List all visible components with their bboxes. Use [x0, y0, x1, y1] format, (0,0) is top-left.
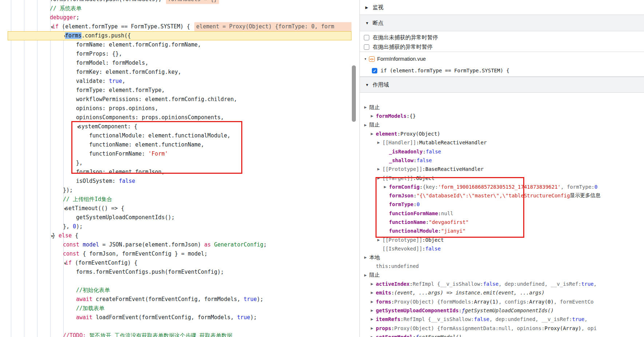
code-line[interactable]: const model = JSON.parse(element.formJso… — [0, 240, 351, 249]
colon: : — [413, 334, 416, 337]
disclosure-triangle-icon[interactable]: ▶ — [377, 141, 382, 144]
scope-row[interactable]: ▶element: Proxy(Object) — [360, 129, 644, 138]
disclosure-triangle-icon[interactable]: ▶ — [364, 105, 369, 109]
breakpoint-file-group[interactable]: ▾ <> FormInformation.vue — [360, 52, 644, 66]
disclosure-triangle-icon[interactable]: ▶ — [371, 132, 376, 136]
code-line[interactable]: ▼} else { — [0, 231, 351, 240]
disclosure-triangle-icon[interactable]: ▶ — [364, 123, 369, 127]
property-name: _shallow — [389, 157, 413, 163]
code-line[interactable]: //TODO: 暂不放开 工作流没有获取表单数据这个步骤 获取表单数据 — [0, 331, 351, 337]
scope-row[interactable]: [[IsRevoked]]: false — [360, 244, 644, 253]
code-line[interactable]: validate: true, — [0, 77, 351, 86]
breakpoint-checkbox[interactable]: ✓ — [372, 68, 377, 73]
watch-section-header[interactable]: ▶ 监视 — [360, 0, 644, 15]
scope-section-header[interactable]: ▼ 作用域 — [360, 77, 644, 93]
code-line[interactable]: formProps: {}, — [0, 49, 351, 59]
code-line[interactable]: }); — [0, 186, 351, 195]
scope-row[interactable]: ▶阻止 — [360, 121, 644, 129]
property-value: false — [425, 246, 441, 252]
scope-row[interactable]: ▶emits: (event, ...args) => instance.emi… — [360, 288, 644, 297]
code-line[interactable]: formName: element.formConfig.formName, — [0, 40, 351, 49]
disclosure-triangle-icon[interactable]: ▶ — [364, 273, 369, 277]
code-line[interactable]: forms.formModels.push(formModels);formMo… — [0, 0, 351, 4]
scope-row[interactable]: _shallow: false — [360, 156, 644, 165]
editor-scrollbar-thumb[interactable] — [352, 65, 356, 122]
code-token: ); — [250, 314, 257, 321]
disclosure-triangle-icon[interactable]: ▶ — [371, 291, 376, 294]
code-line[interactable]: ▼setTimeout(() => { — [0, 204, 351, 213]
pause-on-exception-option[interactable]: 在抛出未捕获的异常时暂停 — [360, 33, 644, 42]
disclosure-triangle-icon[interactable]: ▶ — [377, 238, 382, 242]
property-name: setFormModel — [376, 334, 413, 337]
disclosure-triangle-icon[interactable]: ▶ — [371, 114, 376, 118]
code-line[interactable]: // 上传组件Id集合 — [0, 195, 351, 204]
disclosure-triangle-icon[interactable]: ▶ — [377, 167, 382, 171]
code-line[interactable]: ▼if (element.formType == FormType.SYSTEM… — [0, 22, 351, 31]
disclosure-triangle-icon[interactable]: ▶ — [371, 317, 376, 321]
scope-row[interactable]: ▶阻止 — [360, 103, 644, 112]
scope-row[interactable]: ▶[[Prototype]]: BaseReactiveHandler — [360, 165, 644, 173]
scope-row[interactable]: ▶itemRefs: RefImpl {__v_isShallow: false… — [360, 315, 644, 324]
code-line[interactable]: formKey: element.formConfig.key, — [0, 68, 351, 77]
code-token: formKey: element.formConfig.key, — [76, 69, 181, 75]
code-line[interactable] — [0, 277, 351, 286]
property-name: [[IsRevoked]] — [382, 246, 422, 252]
property-value: Proxy(Object) {formModels: — [394, 299, 474, 305]
scope-row[interactable]: ▶forms: Proxy(Object) {formModels: Array… — [360, 297, 644, 306]
property-value: , — [594, 281, 597, 287]
scope-row[interactable]: ▶getSystemUploadComponentIds: ƒ getSyste… — [360, 306, 644, 315]
property-name: props — [376, 325, 391, 331]
disclosure-triangle-icon[interactable]: ▶ — [371, 326, 376, 330]
code-token: await — [76, 296, 92, 302]
property-value: undefined — [517, 281, 545, 287]
code-line[interactable]: debugger; — [0, 13, 351, 22]
code-line[interactable]: //初始化表单 — [0, 286, 351, 295]
code-line[interactable]: isOldSystem: false — [0, 177, 351, 186]
chevron-down-icon: ▼ — [365, 83, 369, 87]
code-line[interactable]: ▼if (formEventConfig) { — [0, 258, 351, 268]
code-line[interactable] — [0, 322, 351, 331]
code-line[interactable]: await loadFormEvent(formEventConfig, for… — [0, 313, 351, 322]
scope-row[interactable]: ▶formModels: {} — [360, 112, 644, 120]
code-line[interactable]: getSystemUploadComponentIds(); — [0, 213, 351, 222]
disclosure-triangle-icon[interactable]: ▶ — [371, 282, 376, 286]
scope-row[interactable]: ▶本地 — [360, 253, 644, 262]
disclosure-triangle-icon[interactable]: ▶ — [371, 309, 376, 312]
code-line[interactable]: formType: element.formType, — [0, 86, 351, 95]
code-line[interactable]: const { formJson, formEventConfig } = mo… — [0, 249, 351, 258]
code-line[interactable]: await createFormEvent(formEventConfig, f… — [0, 295, 351, 304]
colon: : — [388, 263, 391, 269]
breakpoints-section-header[interactable]: ▼ 断点 — [360, 15, 644, 31]
scope-row[interactable]: ▶activeIndex: RefImpl {__v_isShallow: fa… — [360, 280, 644, 288]
code-token: const — [63, 241, 79, 248]
code-line[interactable]: formModel: formModels, — [0, 59, 351, 68]
scope-row[interactable]: ▶setFormModel: ƒ setFormModel() — [360, 333, 644, 337]
code-token: ; — [76, 14, 79, 21]
property-value: false — [483, 281, 498, 287]
disclosure-triangle-icon[interactable]: ▶ — [371, 335, 376, 337]
code-line[interactable]: // 系统表单 — [0, 4, 351, 13]
disclosure-triangle-icon[interactable]: ▶ — [364, 256, 369, 259]
code-line[interactable]: //加载表单 — [0, 304, 351, 313]
breakpoint-entry[interactable]: ✓ if (element.formType == FormType.SYSTE… — [360, 66, 644, 75]
scope-row[interactable]: this: undefined — [360, 262, 644, 270]
property-name: [[Prototype]] — [382, 166, 422, 172]
checkbox[interactable] — [364, 35, 369, 40]
property-value: (event, ...args) => instance.emit(event,… — [394, 290, 545, 296]
disclosure-triangle-icon[interactable]: ▶ — [371, 300, 376, 304]
code-token: formModel: formModels, — [76, 60, 148, 66]
code-line[interactable]: forms.formEventConfigs.push(formEventCon… — [0, 268, 351, 277]
property-value: RefImpl {__v_isShallow: — [404, 316, 474, 322]
code-line[interactable]: ▼forms.configs.push({ — [0, 31, 351, 40]
property-value: false — [417, 157, 432, 163]
code-line[interactable]: }, 0); — [0, 222, 351, 231]
code-line[interactable]: opinions: props.opinions, — [0, 104, 351, 113]
scope-row[interactable]: ▶[[Handler]]: MutableReactiveHandler — [360, 138, 644, 147]
scope-row[interactable]: ▶阻止 — [360, 271, 644, 280]
pause-on-exception-option[interactable]: 在抛出捕获的异常时暂停 — [360, 42, 644, 52]
checkbox[interactable] — [364, 44, 369, 50]
scope-row[interactable]: _isReadonly: false — [360, 147, 644, 156]
code-token: if — [65, 260, 72, 266]
scope-row[interactable]: ▶props: Proxy(Object) {formAssignmentDat… — [360, 324, 644, 332]
code-line[interactable]: workflowPermissions: element.formConfig.… — [0, 95, 351, 104]
